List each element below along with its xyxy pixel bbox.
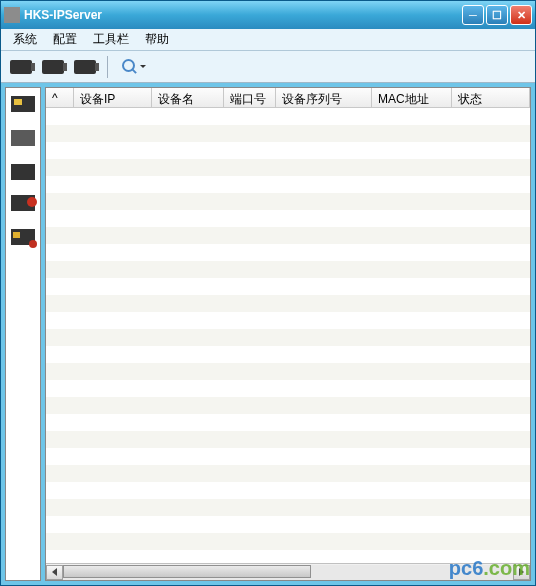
- table-body[interactable]: [46, 108, 530, 563]
- col-port[interactable]: 端口号: [224, 88, 276, 107]
- app-window: HKS-IPServer ─ ☐ ✕ 系统 配置 工具栏 帮助: [0, 0, 536, 586]
- client-area: ^ 设备IP 设备名 端口号 设备序列号 MAC地址 状态: [1, 83, 535, 585]
- close-button[interactable]: ✕: [510, 5, 532, 25]
- col-mac[interactable]: MAC地址: [372, 88, 452, 107]
- maximize-icon: ☐: [492, 9, 502, 22]
- menu-config[interactable]: 配置: [45, 29, 85, 50]
- toolbar-device2-button[interactable]: [39, 55, 67, 79]
- minimize-icon: ─: [469, 9, 477, 21]
- search-icon: [122, 59, 138, 75]
- sidebar-filter-stack[interactable]: [11, 167, 35, 177]
- chevron-down-icon: [140, 65, 146, 68]
- menu-toolbar[interactable]: 工具栏: [85, 29, 137, 50]
- scroll-track[interactable]: [63, 565, 513, 580]
- horizontal-scrollbar[interactable]: [46, 563, 530, 580]
- device-icon: [42, 60, 64, 74]
- scroll-right-button[interactable]: [513, 565, 530, 580]
- sidebar-filter-mixed[interactable]: [11, 229, 35, 245]
- arrow-right-icon: [519, 568, 524, 576]
- maximize-button[interactable]: ☐: [486, 5, 508, 25]
- table-header: ^ 设备IP 设备名 端口号 设备序列号 MAC地址 状态: [46, 88, 530, 108]
- close-icon: ✕: [517, 9, 526, 22]
- device-icon: [74, 60, 96, 74]
- arrow-left-icon: [52, 568, 57, 576]
- col-status[interactable]: 状态: [452, 88, 530, 107]
- sidebar: [5, 87, 41, 581]
- col-device-ip[interactable]: 设备IP: [74, 88, 152, 107]
- scroll-thumb[interactable]: [63, 565, 311, 578]
- menu-system[interactable]: 系统: [5, 29, 45, 50]
- menu-help[interactable]: 帮助: [137, 29, 177, 50]
- toolbar-separator: [107, 56, 108, 78]
- device-table: ^ 设备IP 设备名 端口号 设备序列号 MAC地址 状态: [46, 88, 530, 563]
- main-panel: ^ 设备IP 设备名 端口号 设备序列号 MAC地址 状态: [45, 87, 531, 581]
- sidebar-filter-dvr[interactable]: [11, 96, 35, 112]
- toolbar-device1-button[interactable]: [7, 55, 35, 79]
- scroll-left-button[interactable]: [46, 565, 63, 580]
- col-device-name[interactable]: 设备名: [152, 88, 224, 107]
- toolbar-search-button[interactable]: [116, 55, 152, 79]
- toolbar-device3-button[interactable]: [71, 55, 99, 79]
- sidebar-filter-nvr[interactable]: [11, 130, 35, 146]
- col-sort[interactable]: ^: [46, 88, 74, 107]
- titlebar[interactable]: HKS-IPServer ─ ☐ ✕: [1, 1, 535, 29]
- toolbar: [1, 51, 535, 83]
- device-icon: [10, 60, 32, 74]
- app-icon: [4, 7, 20, 23]
- window-title: HKS-IPServer: [24, 8, 460, 22]
- sidebar-filter-alarm[interactable]: [11, 195, 35, 211]
- minimize-button[interactable]: ─: [462, 5, 484, 25]
- menubar: 系统 配置 工具栏 帮助: [1, 29, 535, 51]
- col-serial[interactable]: 设备序列号: [276, 88, 372, 107]
